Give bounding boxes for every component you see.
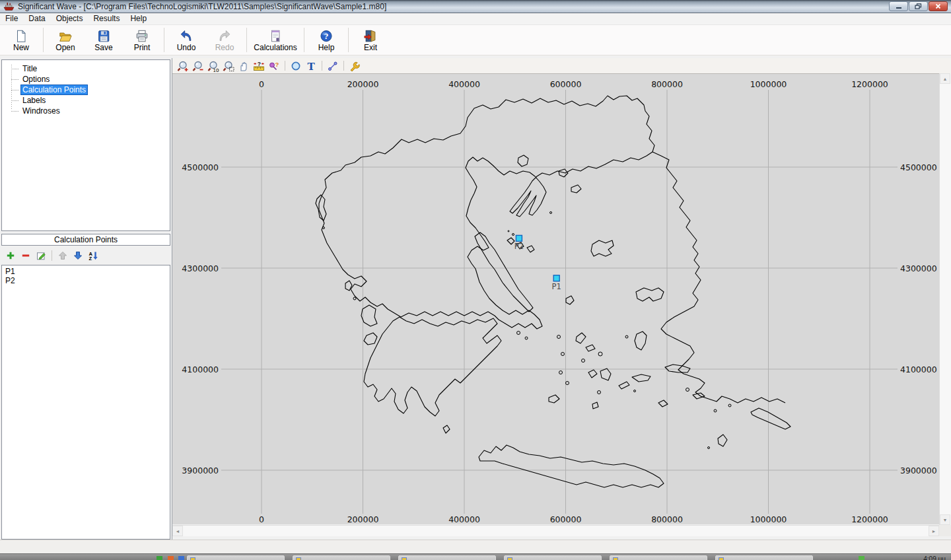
x-axis-tick-label: 200000 bbox=[347, 79, 379, 89]
toolbar-separator bbox=[246, 28, 247, 52]
svg-text:Z: Z bbox=[89, 256, 92, 261]
menu-objects[interactable]: Objects bbox=[51, 13, 88, 24]
island-naxos bbox=[600, 368, 611, 380]
move-down-button[interactable] bbox=[73, 250, 83, 261]
coast-mainland bbox=[319, 96, 654, 329]
close-button[interactable] bbox=[929, 1, 948, 11]
island-kos bbox=[693, 393, 705, 399]
toolbar-button-label: Undo bbox=[177, 44, 196, 52]
taskbar-window-button[interactable] bbox=[715, 555, 813, 560]
tree-branch-line bbox=[11, 69, 18, 69]
undo-button[interactable]: Undo bbox=[167, 25, 205, 55]
point-list-item[interactable]: P1 bbox=[5, 267, 166, 276]
taskbar-tray-icon[interactable] bbox=[157, 556, 162, 560]
taskbar[interactable]: 4:09 μμ bbox=[0, 553, 951, 560]
tree-connector-line bbox=[11, 65, 12, 110]
x-axis-tick-label: 0 bbox=[259, 79, 264, 89]
island-ikaria bbox=[632, 374, 651, 382]
restore-button[interactable] bbox=[909, 1, 928, 11]
tree-item-options[interactable]: Options bbox=[2, 74, 170, 85]
island-samos bbox=[665, 365, 690, 372]
svg-text:?: ? bbox=[324, 32, 328, 40]
tree-item-label: Windroses bbox=[21, 106, 61, 116]
remove-point-button[interactable] bbox=[20, 250, 31, 261]
toolbar-separator bbox=[348, 28, 349, 52]
title-bar: Significant Wave - [C:\Program Files\Tec… bbox=[0, 0, 951, 13]
zoom-out-icon[interactable] bbox=[192, 60, 204, 72]
redo-arrow-icon bbox=[217, 29, 232, 44]
menu-results[interactable]: Results bbox=[88, 13, 125, 24]
calculations-button[interactable]: Calculations bbox=[250, 25, 301, 55]
save-floppy-icon bbox=[96, 29, 112, 44]
calculation-point-label: P2 bbox=[514, 242, 524, 251]
island-astypalea bbox=[658, 400, 668, 407]
pin-info-icon[interactable]: ? bbox=[268, 60, 280, 72]
x-axis-tick-label: 600000 bbox=[550, 514, 582, 524]
tree-item-calculation-points[interactable]: Calculation Points bbox=[2, 85, 170, 95]
map-horizontal-scrollbar[interactable]: ◄ ► bbox=[172, 525, 939, 536]
scroll-left-arrow[interactable]: ◄ bbox=[172, 526, 183, 536]
map-canvas[interactable]: 0020000020000040000040000060000060000080… bbox=[172, 73, 939, 524]
svg-text:?: ? bbox=[258, 61, 261, 67]
svg-text:100: 100 bbox=[213, 67, 220, 72]
menu-data[interactable]: Data bbox=[23, 13, 50, 24]
calculation-points-list[interactable]: P1P2 bbox=[1, 265, 170, 540]
polyline-tool-icon[interactable] bbox=[327, 60, 339, 72]
sort-az-button[interactable]: AZ bbox=[88, 250, 98, 261]
menu-help[interactable]: Help bbox=[125, 13, 152, 24]
circle-tool-icon[interactable] bbox=[290, 60, 302, 72]
scroll-up-arrow[interactable]: ▲ bbox=[940, 73, 950, 84]
redo-button: Redo bbox=[205, 25, 244, 55]
taskbar-window-button[interactable] bbox=[610, 555, 707, 560]
x-axis-tick-label: 0 bbox=[259, 514, 264, 524]
tree-item-title[interactable]: Title bbox=[2, 63, 170, 74]
scroll-right-arrow[interactable]: ► bbox=[929, 526, 939, 536]
taskbar-tray-icon[interactable] bbox=[178, 556, 184, 560]
island-amorgos bbox=[619, 382, 629, 389]
zoom-100-icon[interactable]: 100 bbox=[207, 60, 219, 72]
minimize-button[interactable] bbox=[889, 1, 908, 11]
taskbar-tray-icon[interactable] bbox=[168, 556, 174, 560]
calculation-point-marker-p1[interactable] bbox=[553, 275, 559, 281]
taskbar-window-button[interactable] bbox=[398, 555, 496, 560]
toolbar-button-label: Calculations bbox=[254, 44, 297, 52]
toolbar-button-label: Open bbox=[55, 44, 75, 52]
edit-point-button[interactable] bbox=[36, 250, 46, 261]
taskbar-window-button[interactable] bbox=[504, 555, 602, 560]
exit-button[interactable]: Exit bbox=[351, 25, 390, 55]
add-point-button[interactable] bbox=[5, 250, 16, 261]
point-list-item[interactable]: P2 bbox=[5, 276, 166, 285]
taskbar-clock: 4:09 μμ bbox=[923, 555, 946, 560]
tree-item-windroses[interactable]: Windroses bbox=[2, 106, 170, 116]
tree-branch-line bbox=[11, 111, 18, 112]
tree-item-labels[interactable]: Labels bbox=[2, 95, 170, 106]
menu-file[interactable]: File bbox=[0, 13, 23, 24]
pan-hand-icon[interactable] bbox=[238, 60, 250, 72]
taskbar-tray-icon bbox=[859, 556, 864, 560]
save-button[interactable]: Save bbox=[85, 25, 123, 55]
zoom-in-icon[interactable] bbox=[177, 60, 189, 72]
wrench-icon[interactable] bbox=[349, 60, 361, 72]
svg-text:?: ? bbox=[275, 60, 279, 67]
taskbar-window-button[interactable] bbox=[187, 555, 285, 560]
zoom-window-icon[interactable] bbox=[223, 60, 234, 72]
toolbar-separator bbox=[304, 28, 304, 52]
toolbar-separator bbox=[164, 28, 164, 52]
scroll-down-arrow[interactable]: ▼ bbox=[940, 514, 950, 525]
print-button[interactable]: Print bbox=[123, 25, 161, 55]
x-axis-tick-label: 200000 bbox=[347, 514, 379, 524]
open-button[interactable]: Open bbox=[46, 25, 85, 55]
new-button[interactable]: New bbox=[2, 25, 40, 55]
map-toolbar-separator bbox=[322, 61, 322, 71]
tree-item-label: Calculation Points bbox=[21, 85, 87, 94]
island-samothrace bbox=[559, 169, 568, 177]
map-vertical-scrollbar[interactable]: ▲ ▼ bbox=[939, 73, 951, 525]
taskbar-window-button[interactable] bbox=[293, 555, 390, 560]
calculation-point-marker-p2[interactable] bbox=[516, 235, 522, 241]
measure-icon[interactable]: ? bbox=[253, 60, 265, 72]
text-tool-icon[interactable]: T bbox=[305, 60, 317, 72]
y-axis-tick-label: 4500000 bbox=[900, 162, 937, 172]
map-toolbar: 100 ? ?T bbox=[172, 58, 951, 73]
x-axis-tick-label: 1200000 bbox=[851, 514, 888, 524]
help-button[interactable]: ?Help bbox=[307, 25, 345, 55]
